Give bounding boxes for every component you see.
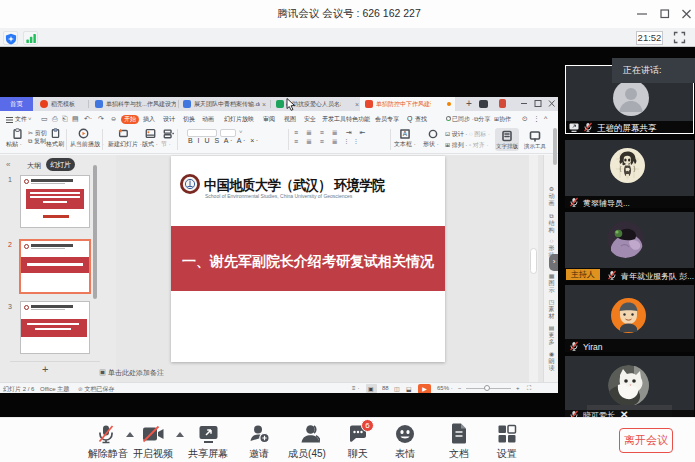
svg-text:A: A: [403, 130, 408, 137]
